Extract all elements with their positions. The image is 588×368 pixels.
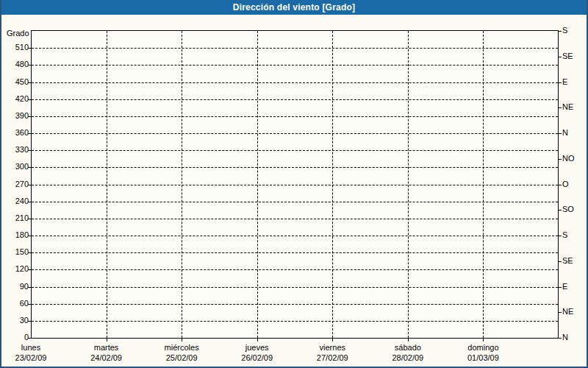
y-axis-tick-label-right: SO bbox=[562, 205, 574, 213]
horizontal-gridline bbox=[32, 150, 558, 151]
horizontal-gridline bbox=[32, 167, 558, 168]
chart-title-bar: Dirección del viento [Grado] bbox=[1, 0, 587, 15]
y-axis-tick-left bbox=[28, 167, 31, 168]
x-axis-tick bbox=[483, 339, 484, 342]
x-axis-tick-label: viernes27/02/09 bbox=[292, 342, 373, 363]
y-axis-tick-left bbox=[28, 338, 31, 339]
y-axis-tick-label-left: 420 bbox=[3, 94, 29, 103]
x-axis-tick-label: lunes23/02/09 bbox=[0, 342, 71, 363]
horizontal-gridline bbox=[32, 236, 558, 236]
horizontal-gridline bbox=[32, 82, 558, 83]
y-axis-tick-right bbox=[559, 261, 562, 262]
y-axis-tick-label-right: N bbox=[562, 333, 568, 342]
y-axis-tick-label-right: SE bbox=[562, 52, 573, 60]
y-axis-tick-right bbox=[559, 159, 562, 160]
y-axis-tick-label-right: NO bbox=[562, 154, 575, 163]
y-axis-tick-label-right: E bbox=[562, 282, 567, 291]
x-axis-tick-label: jueves26/02/09 bbox=[217, 342, 298, 363]
y-axis-tick-label-right: SE bbox=[562, 256, 573, 265]
horizontal-gridline bbox=[32, 269, 558, 270]
x-axis-date: 23/02/09 bbox=[0, 353, 71, 363]
horizontal-gridline bbox=[32, 99, 558, 100]
y-axis-tick-left bbox=[28, 185, 31, 185]
x-axis-day-name: domingo bbox=[442, 342, 523, 353]
y-axis-tick-label-left: 210 bbox=[3, 213, 29, 222]
y-axis-tick-left bbox=[28, 65, 31, 66]
x-axis-tick-label: miércoles25/02/09 bbox=[141, 342, 222, 363]
x-axis-tick bbox=[332, 339, 333, 342]
horizontal-gridline bbox=[32, 202, 558, 202]
y-axis-tick-label-left: 450 bbox=[3, 77, 29, 86]
y-axis-tick-label-right: NE bbox=[562, 307, 573, 316]
y-axis-tick-right bbox=[559, 31, 562, 32]
y-axis-tick-label-left: 330 bbox=[3, 145, 29, 154]
y-axis-tick-label-left: 150 bbox=[3, 247, 29, 256]
y-axis-tick-label-left: 510 bbox=[3, 43, 29, 52]
horizontal-gridline bbox=[32, 287, 558, 288]
y-axis-tick-label-left: 120 bbox=[3, 264, 29, 273]
y-axis-tick-right bbox=[559, 236, 562, 236]
horizontal-gridline bbox=[32, 65, 558, 66]
x-axis-day-name: jueves bbox=[217, 342, 298, 353]
y-axis-tick-left bbox=[28, 321, 31, 322]
y-axis-tick-label-right: S bbox=[562, 230, 567, 239]
y-axis-tick-label-left: 480 bbox=[3, 60, 29, 68]
horizontal-gridline bbox=[32, 304, 558, 305]
horizontal-gridline bbox=[32, 185, 558, 185]
y-axis-tick-right bbox=[559, 312, 562, 313]
x-axis-day-name: sábado bbox=[368, 342, 448, 353]
vertical-gridline bbox=[107, 31, 107, 338]
horizontal-gridline bbox=[32, 219, 558, 219]
y-axis-tick-right bbox=[559, 133, 562, 134]
vertical-gridline bbox=[483, 31, 484, 338]
y-axis-tick-label-left: 0 bbox=[3, 333, 29, 342]
y-axis-tick-label-right: E bbox=[562, 77, 567, 86]
x-axis-tick-label: domingo01/03/09 bbox=[442, 342, 523, 363]
horizontal-gridline bbox=[32, 48, 558, 49]
y-axis-tick-label-left: 270 bbox=[3, 180, 29, 188]
plot-area bbox=[31, 30, 559, 339]
x-axis-date: 28/02/09 bbox=[368, 353, 448, 363]
horizontal-gridline bbox=[32, 252, 558, 253]
y-axis-tick-label-left: 90 bbox=[3, 282, 29, 291]
y-axis-tick-label-right: S bbox=[562, 26, 567, 35]
y-axis-tick-left bbox=[28, 48, 31, 49]
x-axis-date: 25/02/09 bbox=[141, 353, 222, 363]
x-axis-date: 01/03/09 bbox=[442, 353, 523, 363]
x-axis-date: 24/02/09 bbox=[66, 353, 147, 363]
y-axis-tick-left bbox=[28, 82, 31, 83]
y-axis-tick-left bbox=[28, 133, 31, 134]
vertical-gridline bbox=[408, 31, 409, 338]
y-axis-tick-label-right: N bbox=[562, 128, 568, 137]
horizontal-gridline bbox=[32, 133, 558, 134]
x-axis-day-name: viernes bbox=[292, 342, 373, 353]
x-axis-date: 27/02/09 bbox=[292, 353, 373, 363]
x-axis-date: 26/02/09 bbox=[217, 353, 298, 363]
vertical-gridline bbox=[332, 31, 333, 338]
chart-window: Dirección del viento [Grado] Grado 03060… bbox=[0, 0, 588, 368]
y-axis-tick-right bbox=[559, 57, 562, 57]
x-axis-tick-label: martes24/02/09 bbox=[66, 342, 147, 363]
y-axis-tick-label-left: 60 bbox=[3, 299, 29, 308]
y-axis-tick-right bbox=[559, 185, 562, 185]
y-axis-tick-left bbox=[28, 202, 31, 202]
horizontal-gridline bbox=[32, 321, 558, 322]
x-axis-day-name: lunes bbox=[0, 342, 71, 353]
y-axis-tick-right bbox=[559, 82, 562, 83]
vertical-gridline bbox=[257, 31, 258, 338]
x-axis-tick bbox=[107, 339, 107, 342]
y-axis-tick-right bbox=[559, 287, 562, 288]
y-axis-tick-label-left: 180 bbox=[3, 230, 29, 239]
y-axis-tick-left bbox=[28, 219, 31, 219]
x-axis-tick bbox=[408, 339, 409, 342]
y-axis-tick-label-left: 390 bbox=[3, 111, 29, 120]
y-axis-tick-left bbox=[28, 150, 31, 151]
horizontal-gridline bbox=[32, 116, 558, 117]
y-axis-tick-right bbox=[559, 338, 562, 339]
y-axis-tick-label-left: 360 bbox=[3, 128, 29, 137]
x-axis-day-name: miércoles bbox=[141, 342, 222, 353]
y-axis-tick-label-left: 300 bbox=[3, 162, 29, 171]
y-axis-tick-right bbox=[559, 210, 562, 210]
y-axis-tick-label-left: 240 bbox=[3, 197, 29, 205]
x-axis-tick bbox=[257, 339, 258, 342]
